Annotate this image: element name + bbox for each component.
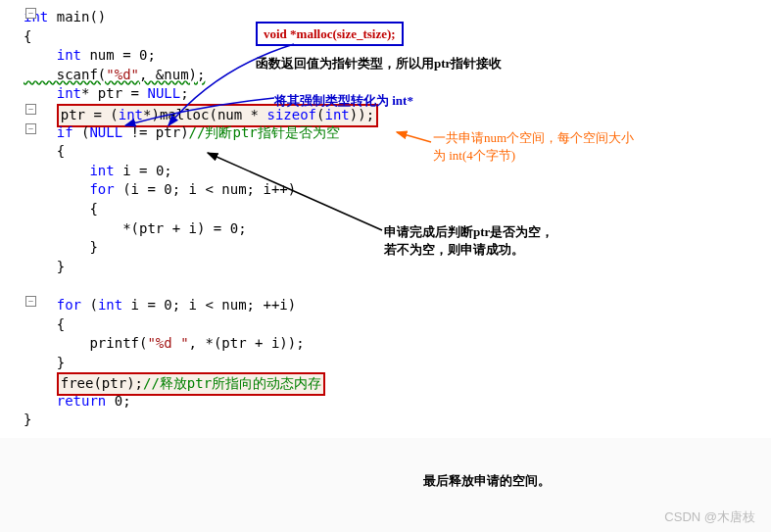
brace-close: } bbox=[24, 259, 65, 274]
malloc-signature: void *malloc(size_tsize); bbox=[264, 26, 396, 41]
brace-close: } bbox=[24, 239, 98, 255]
keyword-int: int bbox=[57, 85, 81, 101]
brace-open: { bbox=[24, 201, 98, 217]
brace-close: } bbox=[24, 411, 31, 427]
printf-args: , *(ptr + i)); bbox=[189, 335, 305, 351]
keyword-int: int bbox=[89, 163, 114, 178]
indent bbox=[24, 47, 57, 63]
format-string: "%d " bbox=[147, 335, 188, 351]
keyword-for: for bbox=[57, 297, 81, 313]
keyword-return: return bbox=[57, 393, 107, 409]
cond-expr: != ptr) bbox=[122, 124, 188, 140]
ptr-decl: * ptr = bbox=[81, 85, 147, 101]
paren: ( bbox=[73, 124, 90, 140]
null-literal: NULL bbox=[147, 85, 180, 101]
semicolon: ; bbox=[180, 85, 188, 101]
paren: ( bbox=[81, 297, 98, 313]
annotation-free: 最后释放申请的空间。 bbox=[423, 472, 551, 490]
decl-num: num = 0; bbox=[81, 47, 156, 63]
brace-open: { bbox=[24, 28, 31, 44]
for-header: (i = 0; i < num; i++) bbox=[115, 181, 296, 197]
fold-icon[interactable]: − bbox=[25, 123, 39, 134]
printf-call: printf( bbox=[24, 335, 147, 351]
malloc-signature-box: void *malloc(size_tsize); bbox=[256, 22, 404, 46]
brace-open: { bbox=[24, 143, 65, 159]
indent bbox=[24, 163, 89, 178]
fold-icon[interactable]: − bbox=[25, 104, 39, 115]
for-header: i = 0; i < num; ++i) bbox=[122, 297, 296, 313]
null-literal: NULL bbox=[89, 124, 122, 140]
annotation-alloc-1: 一共申请num个空间，每个空间大小 bbox=[433, 129, 634, 147]
indent bbox=[24, 393, 57, 409]
scanf-call: scanf("%d", &num); bbox=[24, 67, 205, 82]
fold-icon[interactable]: − bbox=[25, 296, 39, 307]
decl-i: i = 0; bbox=[115, 163, 172, 178]
annotation-alloc-2: 为 int(4个字节) bbox=[433, 147, 515, 165]
keyword-int: int bbox=[98, 297, 122, 313]
brace-open: { bbox=[24, 316, 65, 332]
fold-icon[interactable]: − bbox=[25, 8, 39, 19]
annotation-check-2: 若不为空，则申请成功。 bbox=[384, 241, 524, 259]
fn-name: main() bbox=[48, 9, 106, 24]
return-val: 0; bbox=[106, 393, 130, 409]
keyword-if: if bbox=[57, 124, 73, 140]
keyword-int: int bbox=[57, 47, 81, 63]
indent bbox=[24, 85, 57, 101]
watermark: CSDN @木唐枝 bbox=[664, 508, 755, 526]
assign-zero: *(ptr + i) = 0; bbox=[24, 220, 247, 236]
keyword-for: for bbox=[89, 181, 114, 197]
brace-close: } bbox=[24, 355, 65, 370]
annotation-return-value: 函数返回值为指针类型，所以用ptr指针接收 bbox=[256, 55, 502, 73]
indent bbox=[24, 181, 89, 197]
annotation-check-1: 申请完成后判断ptr是否为空， bbox=[384, 223, 554, 241]
comment-null-check: //判断ptr指针是否为空 bbox=[189, 124, 340, 140]
annotation-cast: 将其强制类型转化为 int* bbox=[274, 92, 413, 110]
